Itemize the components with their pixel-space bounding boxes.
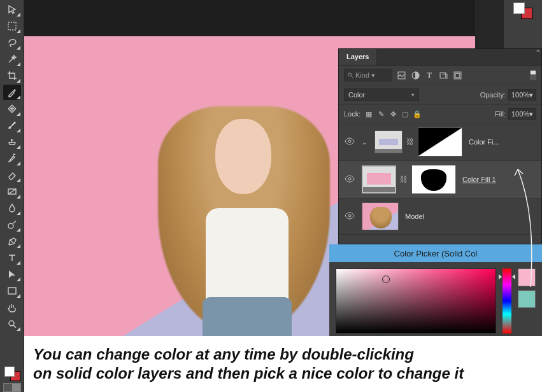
layer-filter-icons: T xyxy=(396,70,462,80)
lock-position-icon[interactable]: ✥ xyxy=(389,110,397,118)
gradient-tool[interactable] xyxy=(3,184,21,199)
visibility-toggle[interactable] xyxy=(344,175,355,184)
svg-point-14 xyxy=(348,214,351,217)
dodge-tool[interactable] xyxy=(3,217,21,232)
type-tool[interactable] xyxy=(3,250,21,265)
canvas-model-figure xyxy=(132,81,355,338)
svg-point-3 xyxy=(8,223,13,228)
svg-point-6 xyxy=(348,73,352,76)
opacity-value: 100% xyxy=(511,91,529,99)
color-field[interactable] xyxy=(336,269,496,333)
layer-mask-thumbnail[interactable] xyxy=(418,127,462,157)
lock-fill-row: Lock: ▦ ✎ ✥ ▢ 🔒 Fill: 100%▾ xyxy=(339,105,541,123)
layer-thumbnail[interactable] xyxy=(374,130,403,153)
layer-thumbnail[interactable] xyxy=(362,202,399,230)
layers-list: ⌄ ⛓ Color Fi... ⛓ Color Fill xyxy=(339,123,541,235)
filter-shape-icon[interactable] xyxy=(438,70,448,80)
move-tool[interactable] xyxy=(3,2,21,17)
blend-mode-select[interactable]: Color ▾ xyxy=(344,88,419,101)
fill-value: 100% xyxy=(511,110,529,118)
filter-toggle-switch[interactable] xyxy=(530,70,536,80)
fill-input[interactable]: 100%▾ xyxy=(508,108,536,120)
caption-line-2: on solid color layers and then pick a ni… xyxy=(33,365,464,382)
mask-link-icon[interactable]: ⛓ xyxy=(400,175,408,184)
tutorial-caption: You can change color at any time by doub… xyxy=(24,336,542,392)
layer-filter-row: Kind ▾ T xyxy=(339,66,541,85)
layers-panel: « Layers Kind ▾ T Color ▾ Opacity: 100%▾ xyxy=(338,48,542,244)
right-dock-strip xyxy=(504,0,542,48)
color-field-cursor[interactable] xyxy=(382,276,390,283)
svg-point-5 xyxy=(9,321,14,326)
spot-healing-tool[interactable] xyxy=(3,101,21,116)
path-selection-tool[interactable] xyxy=(3,267,21,282)
opacity-input[interactable]: 100%▾ xyxy=(508,89,536,101)
crop-tool[interactable] xyxy=(3,68,21,83)
svg-rect-11 xyxy=(455,73,460,78)
layer-name-label[interactable]: Model xyxy=(405,213,424,220)
blend-opacity-row: Color ▾ Opacity: 100%▾ xyxy=(339,85,541,105)
color-picker-title: Color Picker (Solid Col xyxy=(329,244,542,262)
panel-tab-bar: Layers xyxy=(339,49,541,66)
zoom-tool[interactable] xyxy=(3,316,21,332)
layer-expand-toggle[interactable]: ⌄ xyxy=(362,139,368,146)
lock-artboard-icon[interactable]: ▢ xyxy=(401,110,410,118)
eraser-tool[interactable] xyxy=(3,167,21,183)
svg-point-12 xyxy=(348,140,351,143)
pen-tool[interactable] xyxy=(3,234,21,249)
layer-row[interactable]: ⌄ ⛓ Color Fi... xyxy=(339,123,541,161)
magic-wand-tool[interactable] xyxy=(3,52,21,67)
filter-kind-label: Kind xyxy=(355,71,369,79)
mini-color-swatches[interactable] xyxy=(513,3,532,19)
tab-layers[interactable]: Layers xyxy=(339,49,377,65)
caption-line-1: You can change color at any time by doub… xyxy=(33,346,414,363)
eyedropper-tool[interactable] xyxy=(3,85,21,100)
hue-slider-handle[interactable] xyxy=(500,274,514,279)
lock-transparency-icon[interactable]: ▦ xyxy=(364,110,373,118)
rectangle-tool[interactable] xyxy=(3,283,21,298)
filter-adjustment-icon[interactable] xyxy=(410,70,420,80)
layer-row[interactable]: Model xyxy=(339,199,541,235)
lasso-tool[interactable] xyxy=(3,35,21,50)
tool-palette xyxy=(0,0,24,392)
svg-rect-9 xyxy=(440,73,446,78)
svg-rect-0 xyxy=(8,22,16,30)
layer-mask-thumbnail[interactable] xyxy=(411,165,456,194)
panel-collapse-icon[interactable]: « xyxy=(536,46,540,54)
new-color-swatch[interactable] xyxy=(518,269,536,286)
visibility-toggle[interactable] xyxy=(344,212,355,221)
blend-mode-value: Color xyxy=(348,91,365,99)
lock-all-icon[interactable]: 🔒 xyxy=(413,110,422,118)
foreground-background-colors[interactable] xyxy=(3,365,21,382)
history-brush-tool[interactable] xyxy=(3,151,21,166)
mask-link-icon[interactable]: ⛓ xyxy=(406,137,414,146)
svg-point-13 xyxy=(348,178,351,180)
hue-slider[interactable] xyxy=(503,269,511,333)
color-picker-dialog: Color Picker (Solid Col xyxy=(329,244,542,340)
quick-mask-toggle[interactable] xyxy=(3,383,21,392)
layer-name-label[interactable]: Color Fi... xyxy=(469,138,499,146)
lock-image-icon[interactable]: ✎ xyxy=(376,110,385,118)
blur-tool[interactable] xyxy=(3,200,21,216)
brush-tool[interactable] xyxy=(3,118,21,133)
layer-thumbnail[interactable] xyxy=(362,165,396,193)
marquee-tool[interactable] xyxy=(3,18,21,34)
svg-rect-4 xyxy=(8,288,16,294)
current-color-swatch[interactable] xyxy=(518,290,536,308)
filter-pixel-icon[interactable] xyxy=(396,70,406,80)
layer-name-label[interactable]: Color Fill 1 xyxy=(462,176,496,183)
visibility-toggle[interactable] xyxy=(344,137,355,146)
opacity-label: Opacity: xyxy=(480,91,506,99)
filter-type-icon[interactable]: T xyxy=(424,70,434,80)
fill-label: Fill: xyxy=(495,110,506,118)
lock-label: Lock: xyxy=(344,110,360,118)
clone-stamp-tool[interactable] xyxy=(3,134,21,150)
layer-filter-kind[interactable]: Kind ▾ xyxy=(344,69,392,81)
foreground-color-swatch[interactable] xyxy=(4,367,15,377)
layer-row[interactable]: ⛓ Color Fill 1 xyxy=(339,161,541,199)
hand-tool[interactable] xyxy=(3,300,21,315)
filter-smart-icon[interactable] xyxy=(452,70,462,80)
